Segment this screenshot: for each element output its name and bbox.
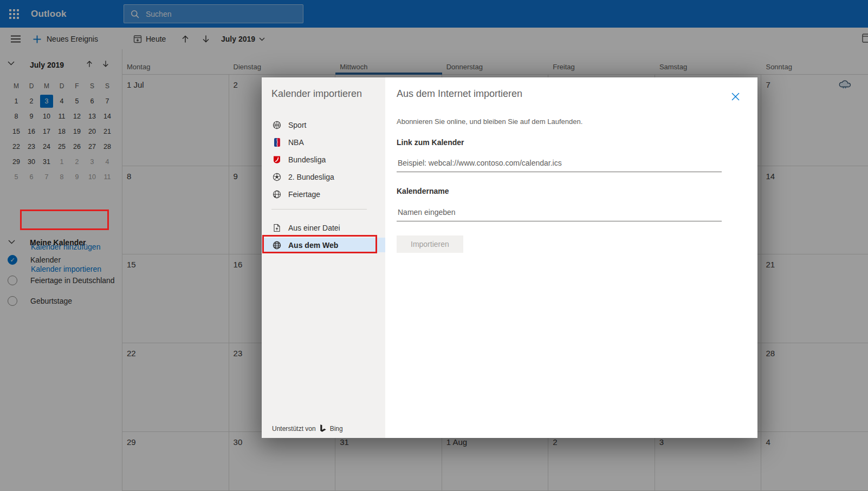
file-upload-icon — [273, 224, 281, 232]
outlook-calendar-screen: Outlook Neues Ereignis — [0, 0, 868, 491]
nav-item-label: Feiertage — [288, 190, 320, 199]
powered-by-bing: Unterstützt von Bing — [272, 424, 343, 433]
close-dialog-button[interactable] — [729, 90, 741, 102]
import-from-web-panel: Aus dem Internet importieren Abonnieren … — [385, 77, 757, 438]
nav-item-label: NBA — [288, 138, 304, 147]
import-sources-list: Aus einer Datei Aus dem Web — [262, 219, 385, 252]
calendar-name-input[interactable] — [397, 206, 722, 221]
globe-icon — [273, 241, 281, 250]
nav-item-bundesliga[interactable]: Bundesliga — [262, 151, 385, 168]
nav-item-feiertage[interactable]: Feiertage — [262, 186, 385, 203]
import-calendar-dialog: Kalender importieren Sport — [262, 77, 757, 438]
nav-item-from-file[interactable]: Aus einer Datei — [262, 219, 385, 237]
close-x-icon — [731, 93, 740, 101]
nav-item-nba[interactable]: NBA — [262, 134, 385, 151]
nav-item-label: Aus einer Datei — [288, 224, 340, 232]
dialog-nav: Kalender importieren Sport — [262, 77, 385, 438]
nav-item-label: Sport — [288, 121, 306, 129]
panel-title: Aus dem Internet importieren — [397, 88, 522, 100]
bing-brand-label: Bing — [330, 425, 343, 433]
nav-item-label: Aus dem Web — [288, 241, 338, 250]
nav-item-sport[interactable]: Sport — [262, 116, 385, 134]
nav-divider — [271, 209, 367, 210]
calendar-link-label: Link zum Kalender — [397, 138, 464, 147]
powered-by-label: Unterstützt von — [272, 425, 316, 433]
nav-item-label: Bundesliga — [288, 155, 326, 164]
nav-item-from-web[interactable]: Aus dem Web — [262, 238, 385, 252]
nav-item-2-bundesliga[interactable]: 2. Bundesliga — [262, 168, 385, 186]
bing-logo-icon — [320, 424, 326, 433]
dialog-nav-title: Kalender importieren — [271, 88, 362, 100]
soccer-ball-icon — [273, 173, 281, 181]
nav-item-label: 2. Bundesliga — [288, 173, 334, 181]
discover-calendars-list: Sport NBA — [262, 116, 385, 203]
globe-star-icon — [273, 190, 281, 199]
nba-logo-icon — [273, 138, 281, 147]
calendar-link-input[interactable] — [397, 156, 722, 172]
import-button[interactable]: Importieren — [397, 235, 463, 253]
calendar-name-field-wrap — [397, 206, 722, 221]
basketball-icon — [273, 121, 281, 129]
calendar-link-field-wrap — [397, 156, 722, 172]
calendar-name-label: Kalendername — [397, 187, 449, 195]
panel-subtitle: Abonnieren Sie online, und bleiben Sie a… — [397, 117, 582, 126]
bundesliga-logo-icon — [273, 155, 281, 164]
